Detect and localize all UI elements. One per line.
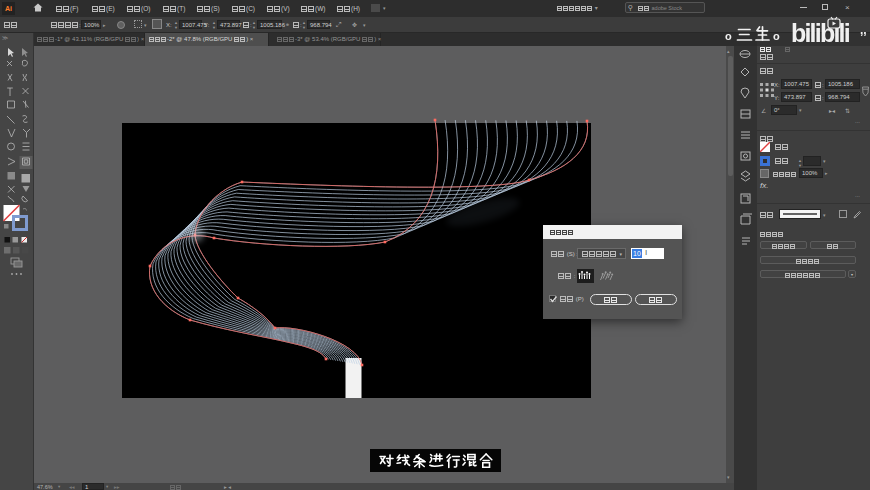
svg-text:o: o (773, 30, 780, 42)
svg-text:o: o (725, 30, 732, 42)
svg-text:bilibili: bilibili (791, 19, 850, 47)
svg-text:,,: ,, (860, 23, 867, 37)
